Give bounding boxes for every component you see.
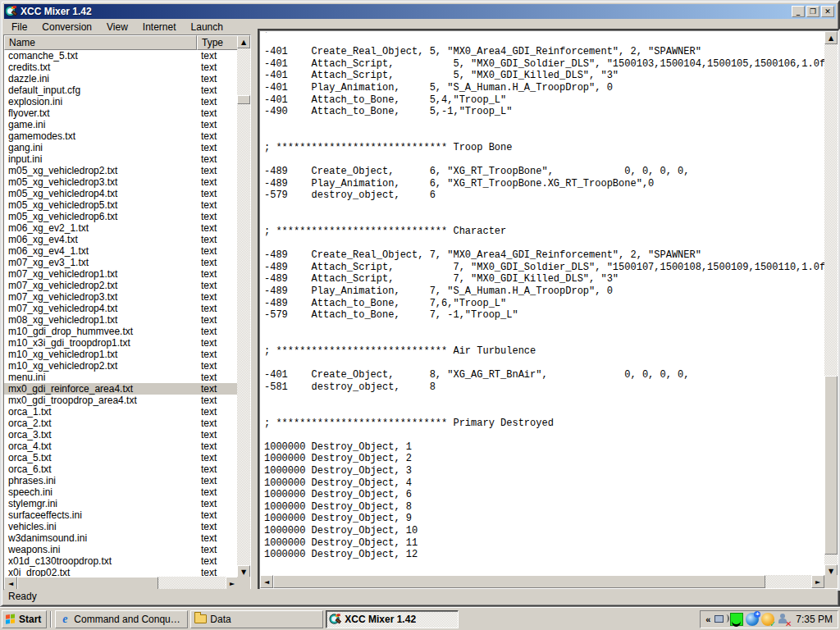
file-row[interactable]: orca_4.txttext [4, 441, 239, 452]
file-row[interactable]: orca_5.txttext [4, 452, 239, 463]
taskbar-button[interactable]: XCC Mixer 1.42 [326, 610, 459, 628]
file-row[interactable]: flyover.txttext [4, 107, 239, 119]
viewer-line: -489 Play_Animation, 6, "XG_RT_TroopBone… [264, 178, 824, 190]
menu-conversion[interactable]: Conversion [34, 21, 99, 34]
file-list-hscrollbar[interactable]: ◄ ► [4, 577, 239, 590]
globe-update-icon[interactable] [746, 613, 759, 626]
file-row[interactable]: x01d_c130troopdrop.txttext [4, 555, 239, 567]
file-row[interactable]: m05_xg_vehicledrop5.txttext [4, 199, 239, 211]
viewer-line: ; ***************************** Characte… [264, 226, 824, 238]
restore-button[interactable]: ❐ [806, 6, 819, 17]
file-row[interactable]: stylemgr.initext [4, 498, 239, 509]
start-button[interactable]: Start [2, 610, 47, 628]
column-header-name[interactable]: Name [4, 35, 197, 50]
file-row[interactable]: menu.initext [4, 372, 239, 383]
hscroll-thumb[interactable] [17, 577, 158, 590]
file-row[interactable]: m07_xg_ev3_1.txttext [4, 257, 239, 268]
file-row[interactable]: speech.initext [4, 486, 239, 498]
scroll-left-icon[interactable]: ◄ [4, 577, 17, 590]
messenger-offline-icon[interactable]: ✕ [777, 613, 790, 626]
file-type-cell: text [201, 50, 217, 62]
file-row[interactable]: default_input.cfgtext [4, 84, 239, 96]
menu-launch[interactable]: Launch [184, 21, 231, 34]
file-list-vscrollbar[interactable]: ▲ ▼ [237, 35, 250, 578]
file-row[interactable]: vehicles.initext [4, 521, 239, 532]
file-row[interactable]: surfaceeffects.initext [4, 509, 239, 521]
file-type-cell: text [201, 544, 217, 555]
network-activity-icon[interactable] [730, 613, 743, 626]
file-row[interactable]: m06_xg_ev4.txttext [4, 234, 239, 245]
file-row[interactable]: m05_xg_vehicledrop2.txttext [4, 165, 239, 176]
taskbar-button[interactable]: eCommand and Conquer: ... [55, 610, 188, 628]
file-row[interactable]: m07_xg_vehicledrop1.txttext [4, 268, 239, 280]
file-name-cell: surfaceeffects.ini [8, 509, 82, 521]
file-row[interactable]: mx0_gdi_troopdrop_area4.txttext [4, 395, 239, 406]
taskbar-button-label: XCC Mixer 1.42 [345, 614, 416, 625]
file-row[interactable]: m07_xg_vehicledrop2.txttext [4, 280, 239, 291]
tray-chevron-icon[interactable]: « [704, 614, 712, 624]
file-name-cell: m07_xg_vehicledrop4.txt [8, 303, 117, 314]
file-row[interactable]: orca_6.txttext [4, 463, 239, 475]
menu-file[interactable]: File [4, 21, 34, 34]
file-type-cell: text [201, 211, 217, 222]
menu-internet[interactable]: Internet [135, 21, 184, 34]
column-header-type[interactable]: Type [197, 35, 239, 50]
viewer-hscrollbar[interactable]: ◄ ► [260, 575, 824, 588]
file-row[interactable]: phrases.initext [4, 475, 239, 486]
file-row[interactable]: weapons.initext [4, 544, 239, 555]
file-row[interactable]: explosion.initext [4, 96, 239, 107]
file-row[interactable]: m06_xg_ev2_1.txttext [4, 222, 239, 234]
scroll-left-icon[interactable]: ◄ [260, 575, 273, 588]
security-check-icon[interactable] [761, 613, 774, 626]
file-type-cell: text [201, 188, 217, 199]
file-row[interactable]: m10_x3i_gdi_troopdrop1.txttext [4, 337, 239, 349]
vscroll-thumb[interactable] [824, 376, 838, 555]
remote-desktop-icon[interactable] [714, 613, 728, 626]
scroll-right-icon[interactable]: ► [811, 575, 824, 588]
file-row[interactable]: m05_xg_vehicledrop4.txttext [4, 188, 239, 199]
menu-view[interactable]: View [99, 21, 135, 34]
scroll-up-icon[interactable]: ▲ [824, 31, 838, 44]
minimize-button[interactable]: _ [792, 6, 805, 17]
file-row[interactable]: m08_xg_vehicledrop1.txttext [4, 314, 239, 326]
file-row[interactable]: m10_xg_vehicledrop1.txttext [4, 349, 239, 360]
file-row[interactable]: m05_xg_vehicledrop3.txttext [4, 176, 239, 188]
file-row[interactable]: orca_1.txttext [4, 406, 239, 418]
file-type-cell: text [201, 326, 217, 337]
file-row[interactable]: orca_2.txttext [4, 418, 239, 429]
file-row[interactable]: comanche_5.txttext [4, 50, 239, 62]
file-type-cell: text [201, 84, 217, 96]
file-row[interactable]: m07_xg_vehicledrop4.txttext [4, 303, 239, 314]
file-row[interactable]: m10_xg_vehicledrop2.txttext [4, 360, 239, 372]
file-row[interactable]: m10_gdi_drop_hummvee.txttext [4, 326, 239, 337]
file-row[interactable]: m06_xg_ev4_1.txttext [4, 245, 239, 257]
title-bar[interactable]: XCC Mixer 1.42 _ ❐ ✕ [4, 4, 836, 19]
file-row[interactable]: input.initext [4, 153, 239, 165]
file-row[interactable]: gamemodes.txttext [4, 130, 239, 142]
scroll-up-icon[interactable]: ▲ [237, 35, 250, 48]
vscroll-thumb[interactable] [237, 95, 250, 104]
file-row[interactable]: orca_3.txttext [4, 429, 239, 441]
file-list-pane: Name Type comanche_5.txttextcredits.txtt… [3, 34, 251, 591]
viewer-line: -579 Attach_to_Bone, 7, -1,"Troop_L" [264, 309, 824, 322]
file-name-cell: phrases.ini [8, 475, 56, 486]
taskbar-buttons: eCommand and Conquer: ...DataXCC Mixer 1… [55, 610, 461, 628]
close-button[interactable]: ✕ [821, 6, 834, 17]
file-row[interactable]: m05_xg_vehicledrop6.txttext [4, 211, 239, 222]
file-row[interactable]: gang.initext [4, 142, 239, 153]
file-name-cell: m05_xg_vehicledrop2.txt [8, 165, 117, 176]
file-row[interactable]: mx0_gdi_reinforce_area4.txttext [4, 383, 239, 395]
file-row[interactable]: w3danimsound.initext [4, 532, 239, 544]
file-type-cell: text [201, 165, 217, 176]
file-row[interactable]: credits.txttext [4, 62, 239, 73]
file-row[interactable]: dazzle.initext [4, 73, 239, 84]
file-name-cell: mx0_gdi_troopdrop_area4.txt [8, 395, 137, 406]
viewer-vscrollbar[interactable]: ▲ ▼ [824, 31, 838, 578]
file-type-cell: text [201, 234, 217, 245]
file-row[interactable]: game.initext [4, 119, 239, 130]
viewer-line: ; ***************************** Air Turb… [264, 345, 824, 358]
app-icon[interactable] [6, 6, 17, 17]
file-row[interactable]: m07_xg_vehicledrop3.txttext [4, 291, 239, 303]
taskbar-button[interactable]: Data [190, 610, 323, 628]
hscroll-thumb[interactable] [273, 575, 765, 588]
